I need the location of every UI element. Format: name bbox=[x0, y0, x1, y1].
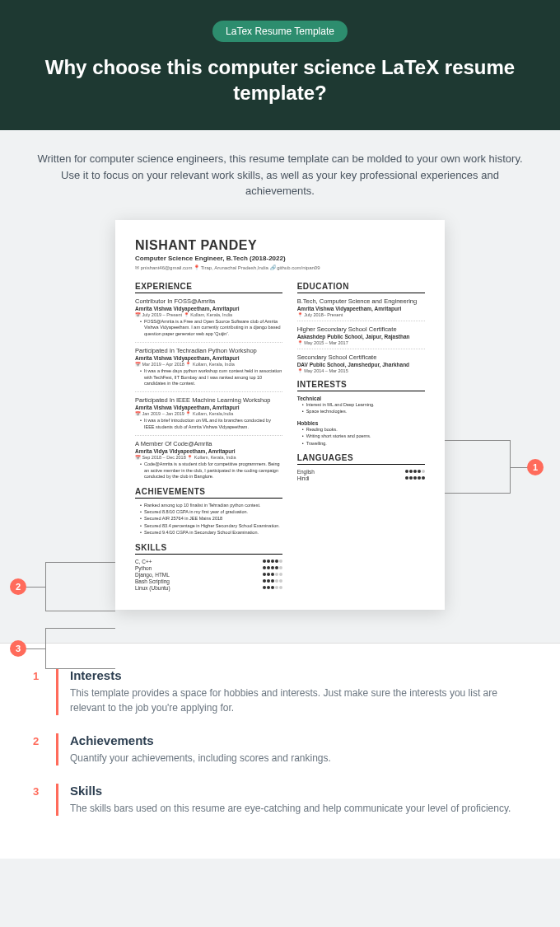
achievement-item: Secured 9.4/10 CGPA in Secondary School … bbox=[140, 530, 282, 536]
feature-description: Quantify your achievements, including sc… bbox=[70, 751, 331, 765]
resume-subtitle: Computer Science Engineer, B.Tech (2018-… bbox=[135, 255, 425, 262]
resume-document: NISHANT PANDEY Computer Science Engineer… bbox=[115, 220, 445, 610]
hobby-item: Reading books. bbox=[302, 427, 425, 433]
skills-header: SKILLS bbox=[135, 543, 282, 555]
feature-description: The skills bars used on this resume are … bbox=[70, 801, 511, 816]
edu-meta: May 2015 – Mar 2017 bbox=[297, 340, 425, 345]
experience-header: EXPERIENCE bbox=[135, 282, 282, 293]
edu-sub: Amrita Vishwa Vidyapeetham, Amritapuri bbox=[297, 306, 425, 311]
feature-item: 2AchievementsQuantify your achievements,… bbox=[33, 733, 527, 765]
language-row: Hindi bbox=[297, 475, 425, 481]
interests-header: INTERESTS bbox=[297, 380, 425, 391]
edu-sub: DAV Public School, Jamshedpur, Jharkhand bbox=[297, 362, 425, 368]
hobby-item: Travelling. bbox=[302, 441, 425, 447]
page-title: Why choose this computer science LaTeX r… bbox=[25, 54, 535, 105]
features-section: 1InterestsThis template provides a space… bbox=[0, 643, 560, 859]
achievement-item: Secured 8.8/10 CGPA in my first year of … bbox=[140, 509, 282, 515]
edu-meta: May 2014 – Mar 2015 bbox=[297, 368, 425, 373]
exp-title: A Member Of Code@Amrita bbox=[135, 440, 282, 447]
exp-title: Contributor In FOSS@Amrita bbox=[135, 297, 282, 305]
education-header: EDUCATION bbox=[297, 282, 425, 293]
feature-number: 3 bbox=[33, 784, 44, 816]
exp-title: Participated In IEEE Machine Learning Wo… bbox=[135, 396, 282, 404]
intro-text: Written for computer science engineers, … bbox=[0, 130, 560, 220]
languages-header: LANGUAGES bbox=[297, 453, 425, 465]
feature-title: Achievements bbox=[70, 733, 331, 747]
edu-title: B.Tech, Computer Science and Engineering bbox=[297, 297, 425, 305]
exp-bullet: FOSS@Amrita is a Free and Open Source So… bbox=[140, 319, 282, 337]
exp-sub: Amrita Vishwa Vidyapeetham, Amritapuri bbox=[135, 405, 282, 410]
exp-title: Participated In Techradian Python Worksh… bbox=[135, 347, 282, 354]
skill-row: Bash Scripting bbox=[135, 578, 282, 584]
exp-bullet: Code@Amrita is a student club for compet… bbox=[140, 461, 282, 480]
resume-contact: ✉ pnishant46@gmail.com 📍 Tirap, Arunacha… bbox=[135, 265, 425, 275]
exp-meta: Sep 2018 – Dec 2018Kollam, Kerala, India bbox=[135, 455, 282, 460]
hobbies-subheader: Hobbies bbox=[297, 420, 425, 426]
edu-title: Secondary School Certificate bbox=[297, 353, 425, 361]
interest-item: Interest in ML and Deep Learning. bbox=[302, 402, 425, 408]
callout-marker-2: 2 bbox=[10, 578, 26, 595]
technical-subheader: Technical bbox=[297, 396, 425, 401]
feature-number: 1 bbox=[33, 668, 44, 715]
exp-sub: Amrita Vishwa Vidyapeetham, Amritapuri bbox=[135, 355, 282, 361]
exp-bullet: It was a three days python workshop cum … bbox=[140, 368, 282, 386]
skill-row: C, C++ bbox=[135, 559, 282, 564]
edu-title: Higher Secondary School Certificate bbox=[297, 325, 425, 333]
feature-item: 3SkillsThe skills bars used on this resu… bbox=[33, 784, 527, 816]
interest-item: Space technologies. bbox=[302, 409, 425, 414]
edu-meta: July 2018– Present bbox=[297, 312, 425, 317]
header: LaTex Resume Template Why choose this co… bbox=[0, 0, 560, 130]
exp-meta: July 2019 – PresentKollam, Kerala, India bbox=[135, 312, 282, 317]
exp-meta: Mar 2019 – Apr 2018Kollam, Kerala, India bbox=[135, 362, 282, 367]
hobby-item: Writing short stories and poems. bbox=[302, 433, 425, 439]
resume-preview-area: 1 2 3 NISHANT PANDEY Computer Science En… bbox=[0, 220, 560, 643]
resume-name: NISHANT PANDEY bbox=[135, 238, 425, 253]
achievement-item: Secured 83.4 percentage in Higher Second… bbox=[140, 523, 282, 529]
language-row: English bbox=[297, 469, 425, 475]
exp-bullet: It was a brief introduction on ML and it… bbox=[140, 418, 282, 430]
feature-description: This template provides a space for hobbi… bbox=[70, 686, 527, 715]
callout-marker-3: 3 bbox=[10, 640, 26, 657]
skill-row: Python bbox=[135, 565, 282, 571]
feature-number: 2 bbox=[33, 733, 44, 765]
callout-marker-1: 1 bbox=[527, 459, 544, 475]
feature-item: 1InterestsThis template provides a space… bbox=[33, 668, 527, 715]
achievement-item: Ranked among top 10 finalist in Tehradia… bbox=[140, 503, 282, 508]
skill-row: Linux (Ubuntu) bbox=[135, 585, 282, 591]
feature-title: Interests bbox=[70, 668, 527, 682]
skill-row: Django, HTML bbox=[135, 572, 282, 578]
template-badge: LaTex Resume Template bbox=[212, 21, 348, 42]
exp-meta: Jan 2019 – Jan 2019Kollam, Kerala,India bbox=[135, 411, 282, 416]
edu-sub: Aakashdep Public School, Jaipur, Rajasth… bbox=[297, 334, 425, 339]
exp-sub: Amrita Vishwa Vidyapeetham, Amritapuri bbox=[135, 306, 282, 311]
feature-title: Skills bbox=[70, 784, 511, 798]
achievement-item: Secured AIR 25764 in JEE Mains 2018 bbox=[140, 516, 282, 522]
exp-sub: Amrita Vidya Vidyapeetham, Amritapuri bbox=[135, 448, 282, 454]
achievements-header: ACHIEVEMENTS bbox=[135, 487, 282, 499]
